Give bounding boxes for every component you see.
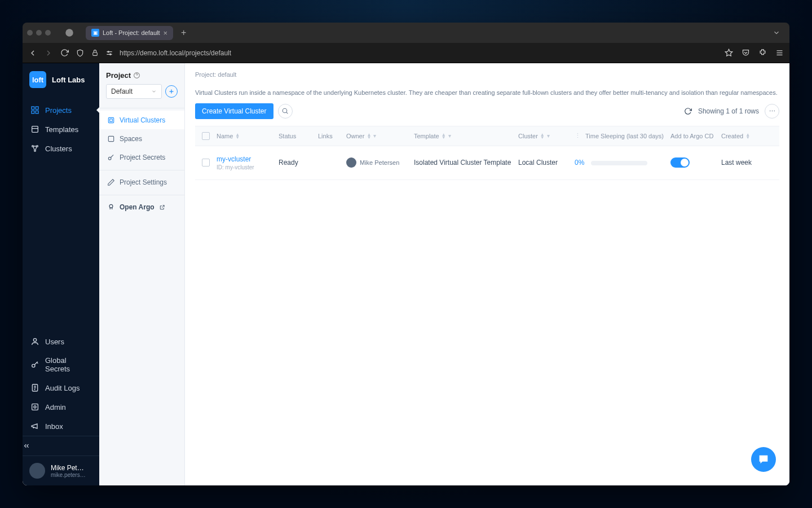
sidebar-item-templates[interactable]: Templates	[23, 120, 99, 139]
sidebar-item-users[interactable]: Users	[23, 332, 99, 351]
primary-sidebar: loft Loft Labs Projects Templates Cluste…	[23, 63, 99, 485]
audit-icon	[30, 383, 39, 392]
user-email: mike.peters…	[51, 472, 86, 478]
sidebar-item-project-secrets[interactable]: Project Secrets	[99, 148, 184, 167]
table-header: Name▲▼ Status Links Owner▲▼▾ Template▲▼▾…	[195, 126, 779, 146]
cell-created: Last week	[719, 159, 775, 167]
browser-tab[interactable]: ▣ Loft - Project: default ×	[86, 26, 173, 40]
row-checkbox[interactable]	[202, 159, 210, 167]
svg-point-17	[37, 146, 38, 147]
reload-button[interactable]	[60, 49, 69, 58]
column-created[interactable]: Created▲▼	[719, 133, 775, 139]
filter-icon[interactable]: ▾	[547, 133, 550, 139]
sidebar-item-spaces[interactable]: Spaces	[99, 129, 184, 148]
close-window-icon[interactable]	[27, 30, 33, 36]
column-name[interactable]: Name▲▼	[214, 133, 276, 139]
column-cluster[interactable]: Cluster▲▼▾	[516, 133, 572, 139]
more-options-button[interactable]	[765, 104, 779, 119]
sidebar-item-label: Users	[45, 338, 64, 346]
vcluster-name-link[interactable]: my-vcluster	[217, 155, 274, 163]
chat-button[interactable]	[751, 447, 776, 472]
svg-point-39	[771, 111, 773, 112]
create-virtual-cluster-button[interactable]: Create Virtual Cluster	[195, 103, 273, 119]
sidebar-item-audit-logs[interactable]: Audit Logs	[23, 378, 99, 397]
svg-point-35	[109, 204, 113, 208]
lock-icon[interactable]	[90, 49, 99, 58]
settings-toggle-icon[interactable]	[105, 49, 114, 58]
svg-point-40	[774, 111, 775, 112]
admin-icon	[30, 402, 39, 411]
bookmark-icon[interactable]	[724, 49, 733, 58]
forward-button[interactable]	[44, 49, 53, 58]
plus-icon	[168, 88, 175, 95]
sleep-percent: 0%	[575, 159, 584, 167]
secondary-sidebar: Project Default Virtual Clusters	[99, 63, 185, 485]
chat-icon	[757, 453, 770, 466]
pocket-icon[interactable]	[741, 49, 750, 58]
chevron-down-icon	[151, 89, 157, 94]
table-row[interactable]: my-vcluster ID: my-vcluster Ready Mike P…	[195, 146, 779, 180]
external-link-icon	[159, 204, 165, 211]
argo-toggle[interactable]	[670, 157, 690, 168]
sidebar-item-open-argo[interactable]: Open Argo	[99, 198, 184, 216]
cell-template: Isolated Virtual Cluster Template	[412, 159, 516, 167]
column-argo: Add to Argo CD	[668, 133, 719, 139]
project-header: Project	[106, 71, 178, 80]
brand: loft Loft Labs	[23, 63, 99, 96]
sidebar-item-inbox[interactable]: Inbox	[23, 417, 99, 436]
megaphone-icon	[30, 422, 39, 431]
menu-icon[interactable]	[775, 49, 784, 58]
user-name: Mike Pet…	[51, 464, 86, 472]
sidebar-item-label: Projects	[45, 106, 72, 115]
svg-point-16	[32, 146, 34, 147]
help-icon[interactable]	[133, 72, 140, 79]
svg-rect-11	[36, 107, 38, 110]
templates-icon	[30, 125, 39, 134]
current-user[interactable]: Mike Pet… mike.peters…	[23, 456, 99, 485]
select-all-checkbox[interactable]	[202, 132, 210, 140]
tab-close-icon[interactable]: ×	[164, 29, 168, 37]
sidebar-item-label: Admin	[45, 403, 66, 411]
back-button[interactable]	[28, 49, 37, 58]
filter-icon[interactable]: ▾	[373, 133, 376, 139]
browser-tab-bar: ▣ Loft - Project: default × +	[23, 23, 789, 43]
sidebar-item-clusters[interactable]: Clusters	[23, 139, 99, 158]
vcluster-id: ID: my-vcluster	[217, 164, 274, 170]
key-icon	[30, 360, 39, 369]
sidebar-item-projects[interactable]: Projects	[23, 100, 99, 120]
new-tab-button[interactable]: +	[181, 28, 186, 38]
sidebar-item-admin[interactable]: Admin	[23, 397, 99, 417]
refresh-button[interactable]	[683, 107, 692, 116]
sidebar-item-label: Project Settings	[120, 178, 167, 186]
cell-name: my-vcluster ID: my-vcluster	[214, 155, 276, 170]
search-icon	[281, 107, 289, 115]
shield-icon[interactable]	[76, 49, 85, 58]
collapse-sidebar-button[interactable]	[23, 436, 99, 456]
tab-favicon-icon: ▣	[91, 29, 99, 37]
svg-point-26	[34, 406, 36, 408]
sidebar-item-global-secrets[interactable]: Global Secrets	[23, 351, 99, 378]
chevron-left-double-icon	[23, 442, 30, 450]
minimize-window-icon[interactable]	[36, 30, 42, 36]
sidebar-item-label: Templates	[45, 125, 78, 134]
project-select[interactable]: Default	[106, 84, 162, 99]
svg-rect-10	[32, 107, 34, 110]
vcluster-icon	[107, 116, 115, 124]
search-button[interactable]	[278, 104, 293, 119]
extensions-icon[interactable]	[758, 49, 767, 58]
tabs-dropdown-icon[interactable]	[773, 29, 780, 37]
maximize-window-icon[interactable]	[45, 30, 51, 36]
add-project-button[interactable]	[165, 85, 178, 98]
column-template[interactable]: Template▲▼▾	[412, 133, 516, 139]
sidebar-item-project-settings[interactable]: Project Settings	[99, 173, 184, 191]
url-text[interactable]: https://demo.loft.local/projects/default	[120, 49, 231, 57]
tab-title: Loft - Project: default	[103, 29, 160, 36]
cell-sleep: 0%	[572, 159, 668, 167]
cell-argo	[668, 157, 719, 168]
filter-icon[interactable]: ▾	[448, 133, 451, 139]
column-owner[interactable]: Owner▲▼▾	[344, 133, 412, 139]
logo-icon: loft	[29, 71, 46, 88]
sidebar-item-virtual-clusters[interactable]: Virtual Clusters	[99, 111, 184, 129]
vcluster-table: Name▲▼ Status Links Owner▲▼▾ Template▲▼▾…	[185, 126, 789, 180]
column-status: Status	[276, 133, 316, 139]
